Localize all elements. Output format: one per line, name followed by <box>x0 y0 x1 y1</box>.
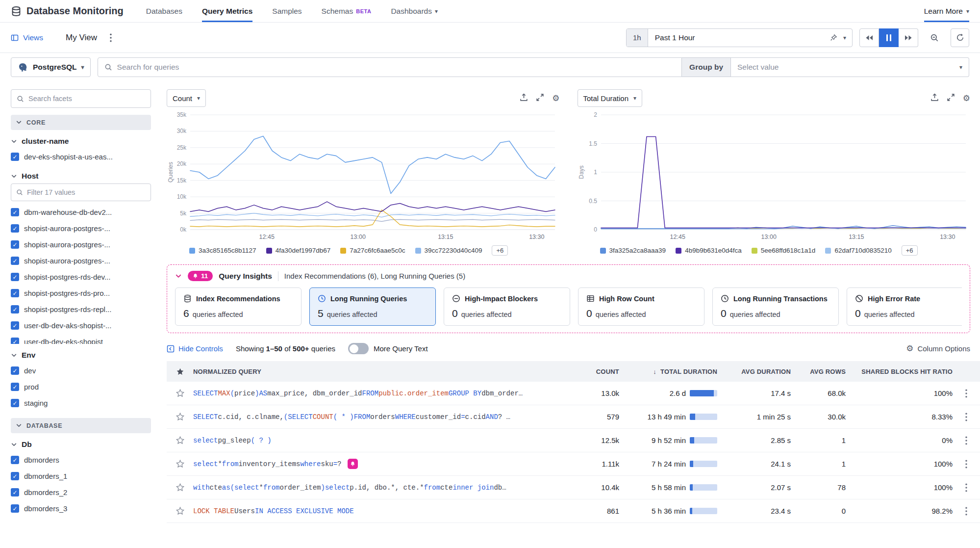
tab-query-metrics[interactable]: Query Metrics <box>202 0 252 22</box>
star-icon[interactable] <box>167 412 193 421</box>
column-header-hit-ratio[interactable]: SHARED BLOCKS HIT RATIO <box>846 368 953 375</box>
tab-dashboards[interactable]: Dashboards▾ <box>391 0 438 22</box>
facet-group-cluster-name[interactable]: cluster-name <box>11 137 151 146</box>
legend-more-badge[interactable]: +6 <box>902 245 918 256</box>
insight-card-long-running-transactions[interactable]: Long Running Transactions0queries affect… <box>712 287 839 326</box>
chart-metric-selector[interactable]: Total Duration ▾ <box>578 89 643 107</box>
group-by-select[interactable]: Select value ▾ <box>731 57 969 77</box>
star-icon[interactable] <box>167 436 193 445</box>
tab-schemas[interactable]: SchemasBETA <box>322 0 372 22</box>
checkbox-checked-icon[interactable]: ✓ <box>11 321 19 330</box>
row-menu-button[interactable] <box>953 436 980 445</box>
checkbox-checked-icon[interactable]: ✓ <box>11 289 19 297</box>
checkbox-checked-icon[interactable]: ✓ <box>11 224 19 233</box>
checkbox-checked-icon[interactable]: ✓ <box>11 305 19 313</box>
legend-item-7a27c6fc6aae5c0c[interactable]: 7a27c6fc6aae5c0c <box>340 247 405 254</box>
column-header-total-duration[interactable]: ↓ TOTAL DURATION <box>619 368 717 375</box>
table-row[interactable]: select * from inventory_items where sku … <box>167 452 980 476</box>
facet-filter-input[interactable] <box>27 188 146 196</box>
facet-search-input[interactable] <box>28 95 145 103</box>
legend-item-5ee68ffd618c1a1d[interactable]: 5ee68ffd618c1a1d <box>752 247 816 254</box>
row-menu-button[interactable] <box>953 413 980 421</box>
time-shortcut-badge[interactable]: 1h <box>627 29 648 47</box>
facet-item-dbmorders-1[interactable]: ✓dbmorders_1 <box>11 468 151 484</box>
facet-item-user-db-dev-eks-shopist[interactable]: ✓user-db-dev-eks-shopist <box>11 334 151 344</box>
facet-item-user-db-dev-aks-shopist[interactable]: ✓user-db-dev-aks-shopist-... <box>11 317 151 334</box>
chevron-down-icon[interactable]: ▾ <box>843 35 846 41</box>
insight-card-high-row-count[interactable]: High Row Count0queries affected <box>578 287 704 326</box>
forward-button[interactable] <box>899 28 918 47</box>
table-row[interactable]: select pg_sleep ( ? )12.5k9 h 52 min2.85… <box>167 429 980 452</box>
tab-samples[interactable]: Samples <box>272 0 302 22</box>
star-icon[interactable] <box>167 389 193 398</box>
checkbox-checked-icon[interactable]: ✓ <box>11 338 19 344</box>
facet-group-db[interactable]: Db <box>11 440 151 449</box>
table-row[interactable]: LOCK TABLE Users IN ACCESS EXCLUSIVE MOD… <box>167 499 980 523</box>
total-duration-chart[interactable]: 00.511.5212:4513:0013:1513:30Days <box>578 109 971 242</box>
checkbox-checked-icon[interactable]: ✓ <box>11 488 19 496</box>
queries-count-chart[interactable]: 0k5k10k15k20k25k30k35k12:4513:0013:1513:… <box>167 109 560 242</box>
checkbox-checked-icon[interactable]: ✓ <box>11 456 19 464</box>
checkbox-checked-icon[interactable]: ✓ <box>11 383 19 391</box>
column-header-normalized-query[interactable]: NORMALIZED QUERY <box>193 368 570 375</box>
insight-bell-badge[interactable] <box>348 459 358 469</box>
facet-item-staging[interactable]: ✓staging <box>11 395 151 411</box>
legend-item-4fa30def1997db67[interactable]: 4fa30def1997db67 <box>266 247 331 254</box>
views-button[interactable]: Views <box>11 33 43 42</box>
row-menu-button[interactable] <box>953 483 980 492</box>
chart-metric-selector[interactable]: Count ▾ <box>167 89 206 107</box>
hide-controls-button[interactable]: Hide Controls <box>167 344 223 353</box>
insight-card-high-error-rate[interactable]: High Error Rate0queries affected <box>847 287 962 326</box>
query-search-input[interactable] <box>117 63 676 72</box>
facet-item-shopist-aurora-postgres[interactable]: ✓shopist-aurora-postgres-... <box>11 253 151 269</box>
legend-item-62daf710d0835210[interactable]: 62daf710d0835210 <box>825 247 891 254</box>
zoom-out-button[interactable] <box>925 28 944 47</box>
facet-section-header-core[interactable]: CORE <box>11 115 151 130</box>
gear-icon[interactable]: ⚙ <box>963 94 970 103</box>
star-icon[interactable] <box>167 483 193 492</box>
star-icon[interactable] <box>167 506 193 516</box>
facet-item-shopist-postgres-rds-repl[interactable]: ✓shopist-postgres-rds-repl... <box>11 301 151 317</box>
checkbox-checked-icon[interactable]: ✓ <box>11 366 19 375</box>
legend-item-4b9b9b631e0d4fca[interactable]: 4b9b9b631e0d4fca <box>676 247 742 254</box>
gear-icon[interactable]: ⚙ <box>552 94 559 103</box>
facet-section-header-database[interactable]: DATABASE <box>11 418 151 433</box>
time-range-selector[interactable]: 1h Past 1 Hour ▾ <box>626 28 853 47</box>
star-icon[interactable] <box>167 459 193 469</box>
facet-item-shopist-aurora-postgres[interactable]: ✓shopist-aurora-postgres-... <box>11 236 151 253</box>
facet-item-dev-eks-shopist-a-us-eas[interactable]: ✓dev-eks-shopist-a-us-eas... <box>11 149 151 165</box>
star-header-icon[interactable] <box>167 367 193 376</box>
column-header-avg-duration[interactable]: AVG DURATION <box>717 368 791 375</box>
facet-item-dbmorders-3[interactable]: ✓dbmorders_3 <box>11 500 151 517</box>
facet-item-dbmorders[interactable]: ✓dbmorders <box>11 452 151 468</box>
refresh-button[interactable] <box>951 28 969 47</box>
column-options-button[interactable]: ⚙ Column Options <box>906 344 970 353</box>
learn-more-link[interactable]: Learn More ▾ <box>924 0 969 22</box>
facet-item-shopist-postgres-rds-dev[interactable]: ✓shopist-postgres-rds-dev... <box>11 269 151 285</box>
chevron-down-icon[interactable] <box>175 273 182 280</box>
checkbox-checked-icon[interactable]: ✓ <box>11 240 19 249</box>
facet-item-dbmorders-2[interactable]: ✓dbmorders_2 <box>11 484 151 500</box>
current-view-name[interactable]: My View <box>66 33 97 43</box>
insight-card-high-impact-blockers[interactable]: High-Impact Blockers0queries affected <box>444 287 570 326</box>
facet-item-dev[interactable]: ✓dev <box>11 363 151 379</box>
facet-item-prod[interactable]: ✓prod <box>11 379 151 395</box>
pause-button[interactable] <box>879 28 899 47</box>
insight-card-index-recommendations[interactable]: Index Recommendations6queries affected <box>175 287 302 326</box>
pin-icon[interactable] <box>830 34 837 41</box>
expand-icon[interactable] <box>536 93 544 104</box>
legend-more-badge[interactable]: +6 <box>492 245 508 256</box>
checkbox-checked-icon[interactable]: ✓ <box>11 399 19 407</box>
expand-icon[interactable] <box>947 93 955 104</box>
legend-item-3fa325a2ca8aaa39[interactable]: 3fa325a2ca8aaa39 <box>600 247 666 254</box>
table-row[interactable]: SELECT c.cid, c.clname, ( SELECT COUNT (… <box>167 405 980 429</box>
checkbox-checked-icon[interactable]: ✓ <box>11 153 19 161</box>
legend-item-3a3c85165c8b1127[interactable]: 3a3c85165c8b1127 <box>189 247 256 254</box>
row-menu-button[interactable] <box>953 389 980 398</box>
column-header-avg-rows[interactable]: AVG ROWS <box>791 368 846 375</box>
checkbox-checked-icon[interactable]: ✓ <box>11 257 19 265</box>
checkbox-checked-icon[interactable]: ✓ <box>11 472 19 480</box>
facet-group-host[interactable]: Host <box>11 172 151 181</box>
row-menu-button[interactable] <box>953 507 980 516</box>
table-row[interactable]: with cte as ( select * from order_item )… <box>167 476 980 499</box>
